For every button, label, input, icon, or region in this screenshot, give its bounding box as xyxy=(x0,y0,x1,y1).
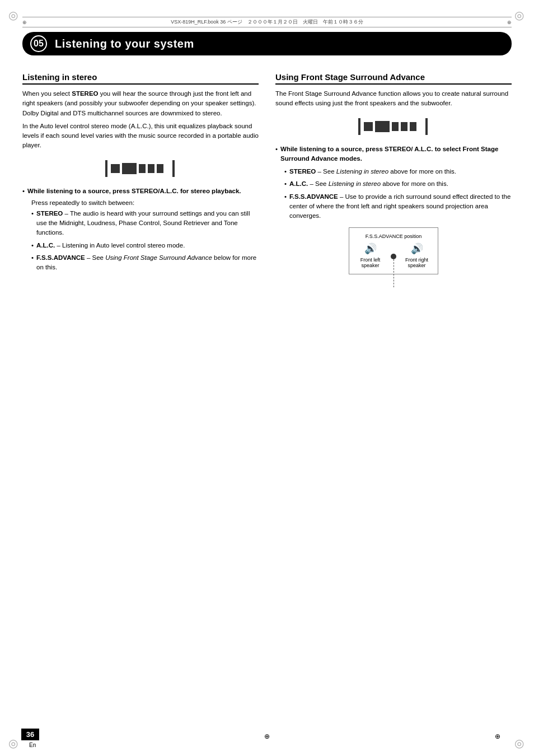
content-columns: Listening in stereo When you select STER… xyxy=(22,72,512,281)
fss-center-indicator xyxy=(391,254,396,287)
right-section-body: The Front Stage Surround Advance functio… xyxy=(275,89,512,109)
sub-alc: A.L.C. – Listening in Auto level control… xyxy=(31,241,259,250)
svg-rect-10 xyxy=(392,122,399,131)
svg-rect-12 xyxy=(410,122,416,131)
chapter-header: 05 Listening to your system xyxy=(22,32,512,55)
left-speaker-diagram xyxy=(22,157,259,180)
speaker-diagram-svg xyxy=(104,157,177,180)
right-column: Using Front Stage Surround Advance The F… xyxy=(275,72,512,281)
fss-center-dot xyxy=(391,254,396,259)
header-file-info: VSX-819H_RLF.book 36 ページ ２０００年１月２０日 火曜日 … xyxy=(31,18,503,26)
front-right-speaker-icon: 🔊 xyxy=(411,242,423,255)
bottom-right-crosshair: ⊕ xyxy=(495,732,500,740)
svg-rect-5 xyxy=(157,164,163,173)
right-sub-fss: F.S.S.ADVANCE – Use to provide a rich su… xyxy=(284,192,512,221)
front-left-speaker-icon: 🔊 xyxy=(364,242,377,255)
svg-rect-4 xyxy=(148,164,154,173)
right-bullet-section: While listening to a source, press STERE… xyxy=(275,144,512,221)
bottom-center-crosshair: ⊕ xyxy=(264,732,270,740)
press-text: Press repeatedly to switch between: xyxy=(31,199,259,206)
right-sub-stereo: STEREO – See Listening in stereo above f… xyxy=(284,167,512,176)
left-body-p2: In the Auto level control stereo mode (A… xyxy=(22,122,259,151)
page-language: En xyxy=(29,742,36,748)
left-section-body: When you select STEREO you will hear the… xyxy=(22,89,259,151)
right-sub-alc: A.L.C. – See Listening in stereo above f… xyxy=(284,179,512,189)
chapter-title: Listening to your system xyxy=(55,38,194,50)
front-left-label: Front leftspeaker xyxy=(360,257,381,268)
fss-diagram-label: F.S.S.ADVANCE position xyxy=(355,234,432,239)
svg-rect-8 xyxy=(364,122,373,131)
sub-fss: F.S.S.ADVANCE – See Using Front Stage Su… xyxy=(31,253,259,273)
right-bullet-main: While listening to a source, press STERE… xyxy=(275,144,512,164)
fss-diagram-inner: 🔊 Front leftspeaker 🔊 Front rightspeaker xyxy=(355,242,432,268)
fss-front-left: 🔊 Front leftspeaker xyxy=(355,242,386,268)
fss-advance-diagram: F.S.S.ADVANCE position 🔊 Front leftspeak… xyxy=(349,227,438,274)
svg-rect-0 xyxy=(105,160,107,177)
front-right-label: Front rightspeaker xyxy=(405,257,428,268)
page: ◎ ◎ ◎ ◎ ⊕ VSX-819H_RLF.book 36 ページ ２０００年… xyxy=(0,0,534,756)
left-column: Listening in stereo When you select STER… xyxy=(22,72,259,281)
left-section-title: Listening in stereo xyxy=(22,72,259,85)
right-speaker-diagram xyxy=(275,115,512,138)
svg-rect-3 xyxy=(139,164,146,173)
left-body-p1: When you select STEREO you will hear the… xyxy=(22,89,259,118)
corner-mark-tl: ◎ xyxy=(8,8,20,20)
fss-dashed-line xyxy=(394,259,394,287)
header-crosshair-right: ⊕ xyxy=(507,20,512,25)
svg-rect-6 xyxy=(172,160,175,177)
chapter-number: 05 xyxy=(30,35,47,52)
fss-front-right: 🔊 Front rightspeaker xyxy=(401,242,432,268)
corner-mark-tr: ◎ xyxy=(514,8,526,20)
right-body-p1: The Front Stage Surround Advance functio… xyxy=(275,89,512,109)
svg-rect-1 xyxy=(111,164,120,173)
right-speaker-diagram-svg xyxy=(357,115,430,138)
svg-rect-2 xyxy=(122,163,137,174)
sub-stereo: STEREO – The audio is heard with your su… xyxy=(31,209,259,238)
svg-rect-9 xyxy=(375,121,390,132)
svg-rect-11 xyxy=(401,122,407,131)
left-bullet-section: While listening to a source, press STERE… xyxy=(22,186,259,273)
page-number: 36 xyxy=(21,729,39,740)
header-bar: ⊕ VSX-819H_RLF.book 36 ページ ２０００年１月２０日 火曜… xyxy=(22,17,512,27)
corner-mark-br: ◎ xyxy=(514,736,526,748)
right-section-title: Using Front Stage Surround Advance xyxy=(275,72,512,85)
left-bullet-main: While listening to a source, press STERE… xyxy=(22,186,259,196)
svg-rect-13 xyxy=(425,118,428,135)
svg-rect-7 xyxy=(358,118,360,135)
header-crosshair-left: ⊕ xyxy=(22,20,27,25)
corner-mark-bl: ◎ xyxy=(8,736,20,748)
